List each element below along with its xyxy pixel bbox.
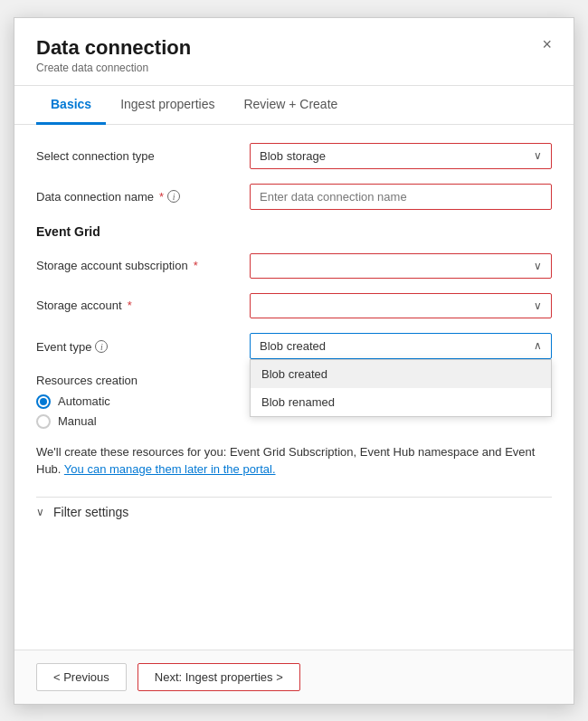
dialog-header: Data connection Create data connection × bbox=[14, 18, 574, 86]
dialog-subtitle: Create data connection bbox=[36, 62, 191, 74]
storage-account-chevron: ∨ bbox=[534, 299, 542, 312]
radio-automatic-label: Automatic bbox=[58, 394, 110, 408]
connection-type-dropdown[interactable]: Blob storage ∨ bbox=[250, 143, 552, 169]
event-type-option-blob-renamed[interactable]: Blob renamed bbox=[251, 388, 551, 416]
tab-basics[interactable]: Basics bbox=[36, 86, 106, 125]
storage-subscription-chevron: ∨ bbox=[534, 260, 542, 272]
data-connection-dialog: Data connection Create data connection ×… bbox=[14, 17, 574, 705]
event-type-control: Blob created ∧ Blob created Blob renamed bbox=[250, 333, 552, 359]
storage-account-control: ∨ bbox=[250, 293, 552, 318]
dialog-title: Data connection bbox=[36, 36, 191, 60]
tab-ingest-properties[interactable]: Ingest properties bbox=[106, 86, 229, 125]
event-type-chevron: ∧ bbox=[534, 339, 542, 352]
filter-chevron-icon: ∨ bbox=[36, 506, 44, 518]
connection-type-label: Select connection type bbox=[36, 149, 235, 163]
storage-account-dropdown[interactable]: ∨ bbox=[250, 293, 552, 318]
connection-name-control bbox=[250, 184, 552, 210]
tab-bar: Basics Ingest properties Review + Create bbox=[14, 86, 574, 125]
connection-type-control: Blob storage ∨ bbox=[250, 143, 552, 169]
connection-type-row: Select connection type Blob storage ∨ bbox=[36, 143, 552, 169]
dialog-body: Select connection type Blob storage ∨ Da… bbox=[14, 125, 574, 650]
event-type-info-icon[interactable]: i bbox=[95, 340, 108, 353]
connection-name-input[interactable] bbox=[250, 184, 552, 210]
connection-type-chevron: ∨ bbox=[534, 149, 542, 162]
storage-subscription-control: ∨ bbox=[250, 253, 552, 279]
radio-manual-label: Manual bbox=[58, 414, 97, 428]
storage-account-label: Storage account * bbox=[36, 299, 235, 312]
connection-name-row: Data connection name * i bbox=[36, 184, 552, 210]
radio-automatic-input bbox=[36, 394, 51, 409]
event-grid-title: Event Grid bbox=[36, 224, 552, 239]
event-type-option-blob-created[interactable]: Blob created bbox=[251, 360, 551, 388]
header-text: Data connection Create data connection bbox=[36, 36, 191, 74]
storage-account-row: Storage account * ∨ bbox=[36, 293, 552, 318]
info-text: We'll create these resources for you: Ev… bbox=[36, 443, 552, 479]
close-button[interactable]: × bbox=[542, 36, 552, 52]
radio-manual-input bbox=[36, 414, 51, 429]
required-marker-acct: * bbox=[128, 299, 132, 312]
tab-review-create[interactable]: Review + Create bbox=[229, 86, 352, 125]
filter-settings-label: Filter settings bbox=[53, 505, 128, 519]
dialog-footer: < Previous Next: Ingest properties > bbox=[14, 650, 574, 704]
required-marker-sub: * bbox=[194, 259, 198, 272]
event-type-row: Event type i Blob created ∧ Blob created… bbox=[36, 333, 552, 359]
event-type-dropdown[interactable]: Blob created ∧ bbox=[250, 333, 552, 359]
info-icon[interactable]: i bbox=[167, 190, 180, 203]
connection-type-value: Blob storage bbox=[260, 149, 326, 163]
storage-subscription-row: Storage account subscription * ∨ bbox=[36, 253, 552, 279]
filter-settings-section[interactable]: ∨ Filter settings bbox=[36, 497, 552, 519]
manage-portal-link[interactable]: You can manage them later in the portal. bbox=[64, 462, 276, 476]
storage-subscription-dropdown[interactable]: ∨ bbox=[250, 253, 552, 279]
storage-subscription-label: Storage account subscription * bbox=[36, 259, 235, 272]
next-button[interactable]: Next: Ingest properties > bbox=[138, 663, 300, 691]
previous-button[interactable]: < Previous bbox=[36, 663, 127, 691]
connection-name-label: Data connection name * i bbox=[36, 190, 235, 204]
event-type-label: Event type i bbox=[36, 340, 235, 354]
event-type-menu: Blob created Blob renamed bbox=[250, 359, 552, 417]
required-marker: * bbox=[159, 190, 164, 204]
event-type-value: Blob created bbox=[260, 339, 326, 353]
radio-automatic-inner bbox=[40, 398, 47, 405]
